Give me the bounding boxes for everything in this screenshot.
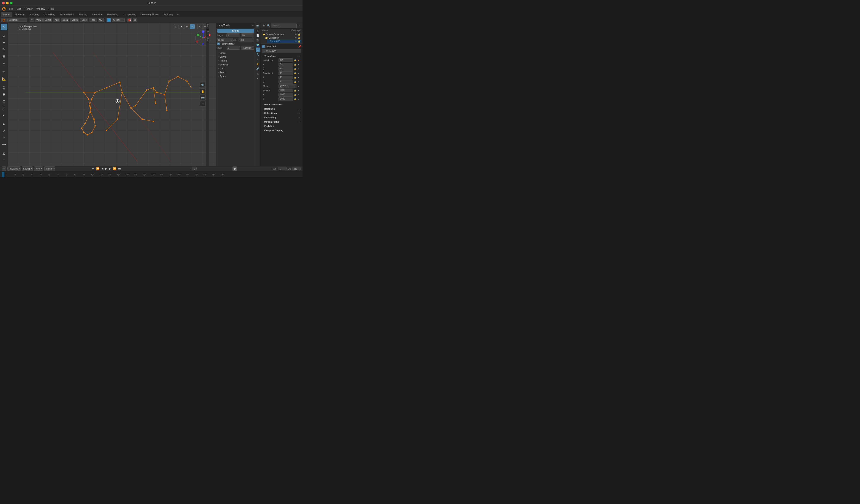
marker-dropdown[interactable]: Marker [44, 166, 55, 171]
view-dropdown[interactable]: View [34, 166, 43, 171]
bridge-header[interactable]: Bridge [217, 29, 254, 33]
scale-z-lock-icon[interactable]: 🔒 [293, 98, 297, 100]
collection-row[interactable]: 📁 Collection 👁 🔒 [264, 36, 301, 40]
scale-button[interactable]: ⊞ [1, 53, 7, 60]
playback-dropdown[interactable]: Playback [8, 166, 20, 171]
scene-collection-eye[interactable]: 👁 [295, 33, 297, 35]
interp-dropdown[interactable]: Cubic ▾ [217, 38, 233, 42]
minimize-button[interactable] [6, 2, 9, 4]
scale-z-input[interactable]: 1.000 [278, 97, 293, 101]
looptools-menu-button[interactable]: ··· [252, 24, 254, 27]
menu-window[interactable]: Window [35, 7, 47, 11]
loop-cut-button[interactable]: ⧠ [1, 105, 7, 112]
viewport-shading-material[interactable]: ◉ [185, 24, 189, 29]
collection-lock[interactable]: 🔒 [298, 37, 300, 39]
menu-file[interactable]: File [8, 7, 15, 11]
view-icon[interactable]: 👁 [30, 18, 34, 22]
next-frame-button[interactable]: ⏩ [112, 167, 117, 171]
scale-x-dot-icon[interactable]: ● [297, 89, 300, 91]
material-props-icon[interactable]: ● [256, 76, 260, 80]
collections-header[interactable]: › Collections ··· [262, 112, 301, 115]
location-z-input[interactable]: 0 m [278, 67, 293, 71]
viewport-shading-rendered[interactable]: ⊙ [190, 24, 195, 29]
rotation-x-input[interactable]: 0° [278, 71, 293, 75]
tab-scripting[interactable]: Scripting [161, 12, 175, 17]
edge-slide-button[interactable]: ⟷ [1, 141, 7, 148]
collections-dots[interactable]: ··· [299, 112, 300, 115]
extrude-button[interactable]: ⬡ [1, 84, 7, 91]
jump-start-button[interactable]: ⏮ [91, 167, 95, 171]
tab-animation[interactable]: Animation [90, 12, 105, 17]
keying-dropdown[interactable]: Keying [22, 166, 33, 171]
rotate-button[interactable]: ↻ [1, 46, 7, 53]
outliner-icon[interactable]: ⊞ [262, 24, 266, 28]
menu-edit[interactable]: Edit [15, 7, 23, 11]
prev-frame-button[interactable]: ⏪ [96, 167, 100, 171]
scene-collection-row[interactable]: 📁 Scene Collection 👁 🔒 [262, 33, 301, 36]
grid-button[interactable]: ⊞ [200, 101, 206, 107]
modifier-props-icon[interactable]: 🔧 [256, 52, 260, 57]
segm-input[interactable] [227, 33, 240, 38]
view-tab[interactable]: View [206, 36, 209, 43]
rotation-z-input[interactable]: 0° [278, 80, 293, 84]
tab-shading[interactable]: Shading [76, 12, 89, 17]
workspace-add-button[interactable]: + [175, 12, 180, 17]
poly-build-button[interactable]: ⬕ [1, 120, 7, 127]
camera-button[interactable]: 📷 [200, 95, 206, 100]
viewport-shading-solid[interactable]: ● [179, 24, 184, 29]
rotation-mode-dropdown[interactable]: XYZ Euler ▾ [278, 84, 297, 88]
gstretch-section[interactable]: › Gstretch [217, 63, 254, 66]
transform-dots[interactable]: ··· [299, 55, 300, 57]
properties-search[interactable] [271, 24, 297, 28]
rotation-x-lock-icon[interactable]: 🔒 [293, 72, 297, 74]
rotation-mode-dot-icon[interactable]: ● [297, 85, 300, 87]
3d-gizmo[interactable]: Z X Y [195, 29, 212, 47]
menu-render[interactable]: Render [23, 7, 34, 11]
view-layer-props-icon[interactable]: 📑 [256, 33, 260, 38]
str-input[interactable] [239, 38, 254, 42]
viewport-shading-wireframe[interactable]: ⬚ [174, 24, 178, 29]
instancing-dots[interactable]: ··· [299, 116, 300, 119]
scene-collection-lock[interactable]: 🔒 [298, 33, 300, 35]
play-button[interactable]: ▶ [104, 167, 108, 171]
pin-icon[interactable]: 📌 [298, 45, 301, 48]
outliner-options-icon[interactable]: ⋯ [297, 24, 301, 28]
scene-props-icon[interactable]: 🎬 [256, 38, 260, 42]
object-row[interactable]: □ Cube.003 👁 🔒 [267, 40, 301, 43]
viewport-display-header[interactable]: › Viewport Display [262, 129, 301, 132]
tab-rendering[interactable]: Rendering [105, 12, 120, 17]
measure-button[interactable]: 📐 [1, 76, 7, 82]
circle-section[interactable]: › Circle [217, 51, 254, 55]
tool-tab[interactable]: Tool [206, 30, 209, 36]
loft-section[interactable]: › Loft [217, 67, 254, 70]
location-z-lock-icon[interactable]: 🔒 [293, 68, 297, 70]
particles-props-icon[interactable]: ✦ [256, 57, 260, 61]
transform-space-dropdown[interactable]: Global [112, 18, 125, 22]
next-keyframe-button[interactable]: ▶ [109, 167, 112, 171]
object-lock[interactable]: 🔒 [298, 40, 300, 43]
spin-button[interactable]: ↺ [1, 128, 7, 134]
tab-compositing[interactable]: Compositing [121, 12, 138, 17]
render-props-icon[interactable]: 📷 [256, 24, 260, 28]
delta-transform-header[interactable]: › Delta Transform [262, 103, 301, 106]
bevel-button[interactable]: ◫ [1, 98, 7, 104]
rotation-z-lock-icon[interactable]: 🔒 [293, 81, 297, 83]
rotation-y-input[interactable]: 0° [278, 76, 293, 79]
reverse-button[interactable]: Reverse [241, 46, 254, 50]
move-button[interactable]: ✛ [1, 39, 7, 46]
scale-y-dot-icon[interactable]: ● [297, 94, 300, 96]
item-tab[interactable]: Item [206, 23, 209, 30]
tab-texture-paint[interactable]: Texture Paint [58, 12, 76, 17]
filter-icon[interactable]: 🔍 [267, 24, 271, 28]
viewport-overlay-button[interactable]: ⊞ [197, 24, 202, 29]
constraints-props-icon[interactable]: 🔗 [256, 66, 260, 71]
start-value[interactable]: 1 [278, 167, 287, 171]
segm-pct-input[interactable] [241, 33, 254, 38]
rotation-y-lock-icon[interactable]: 🔒 [293, 76, 297, 79]
flatten-section[interactable]: › Flatten [217, 59, 254, 62]
smooth-button[interactable]: ○ [1, 134, 7, 141]
relations-header[interactable]: › Relations ··· [262, 107, 301, 110]
scale-y-lock-icon[interactable]: 🔒 [293, 94, 297, 96]
output-props-icon[interactable]: 🖨 [256, 29, 260, 33]
timeline-icon[interactable]: ⏱ [2, 166, 6, 171]
